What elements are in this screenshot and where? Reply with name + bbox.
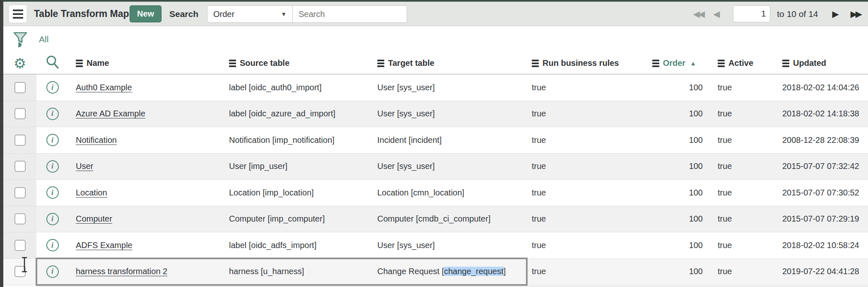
active-cell[interactable]: true: [706, 135, 776, 145]
name-cell[interactable]: ADFS Example: [68, 241, 222, 250]
order-cell[interactable]: 100: [640, 135, 706, 145]
updated-cell[interactable]: 2018-02-02 14:04:26: [776, 83, 868, 92]
active-cell[interactable]: true: [706, 241, 776, 250]
row-checkbox[interactable]: [14, 135, 26, 146]
column-header-run-business-rules[interactable]: Run business rules: [526, 58, 640, 68]
name-cell[interactable]: Computer: [68, 214, 222, 224]
run-business-rules-cell[interactable]: true: [526, 162, 640, 171]
row-checkbox[interactable]: [14, 187, 26, 198]
source-table-cell[interactable]: harness [u_harness]: [222, 267, 371, 276]
hamburger-menu-button[interactable]: [8, 5, 27, 23]
record-link[interactable]: Auth0 Example: [76, 83, 132, 92]
run-business-rules-cell[interactable]: true: [526, 109, 640, 118]
record-link[interactable]: User: [76, 162, 93, 171]
search-icon[interactable]: [45, 55, 60, 72]
previous-page-button[interactable]: ◀: [711, 9, 720, 19]
column-menu-icon[interactable]: [782, 60, 789, 67]
row-checkbox[interactable]: [14, 161, 26, 172]
column-header-name[interactable]: Name: [68, 58, 222, 68]
column-header-source-table[interactable]: Source table: [222, 58, 371, 68]
active-cell[interactable]: true: [706, 267, 776, 276]
updated-cell[interactable]: 2018-02-02 10:58:24: [776, 241, 868, 250]
row-checkbox[interactable]: [14, 82, 26, 93]
name-cell[interactable]: harness transformation 2: [68, 267, 222, 276]
order-cell[interactable]: 100: [640, 267, 706, 276]
info-icon[interactable]: i: [46, 186, 59, 199]
column-menu-icon[interactable]: [532, 60, 539, 67]
column-menu-icon[interactable]: [718, 60, 725, 67]
info-icon[interactable]: i: [46, 134, 59, 146]
order-cell[interactable]: 100: [640, 109, 706, 118]
row-checkbox[interactable]: [14, 213, 26, 224]
order-cell[interactable]: 100: [640, 188, 706, 198]
target-table-cell-editing[interactable]: Change Request [change_request]: [371, 267, 526, 276]
run-business-rules-cell[interactable]: true: [526, 83, 640, 92]
last-page-button[interactable]: ▶▶: [849, 9, 862, 19]
name-cell[interactable]: Notification: [68, 135, 222, 145]
row-checkbox[interactable]: [14, 266, 26, 277]
updated-cell[interactable]: 2015-07-07 07:29:19: [776, 214, 868, 224]
active-cell[interactable]: true: [706, 188, 776, 198]
active-cell[interactable]: true: [706, 162, 776, 171]
source-table-cell[interactable]: label [oidc_adfs_import]: [222, 241, 371, 250]
search-column-dropdown[interactable]: Order ▼: [207, 5, 293, 23]
record-link[interactable]: ADFS Example: [76, 241, 133, 250]
page-number-input[interactable]: [733, 5, 770, 22]
row-checkbox[interactable]: [14, 108, 26, 119]
updated-cell[interactable]: 2008-12-28 22:08:39: [776, 135, 868, 145]
active-cell[interactable]: true: [706, 109, 776, 118]
run-business-rules-cell[interactable]: true: [526, 267, 640, 276]
record-link[interactable]: Azure AD Example: [76, 109, 145, 118]
record-link[interactable]: Location: [76, 188, 107, 197]
target-table-cell[interactable]: User [sys_user]: [371, 162, 526, 171]
info-icon[interactable]: i: [46, 265, 59, 278]
record-link[interactable]: harness transformation 2: [76, 267, 167, 276]
updated-cell[interactable]: 2018-02-02 14:18:38: [776, 109, 868, 118]
column-menu-icon[interactable]: [377, 60, 384, 67]
target-table-cell[interactable]: User [sys_user]: [371, 241, 526, 250]
source-table-cell[interactable]: label [oidc_auth0_import]: [222, 83, 371, 92]
info-icon[interactable]: i: [46, 239, 59, 251]
target-table-cell[interactable]: Location [cmn_location]: [371, 188, 526, 198]
info-icon[interactable]: i: [46, 108, 59, 120]
column-header-updated[interactable]: Updated: [776, 58, 868, 68]
target-table-cell[interactable]: User [sys_user]: [371, 109, 526, 118]
run-business-rules-cell[interactable]: true: [526, 188, 640, 198]
column-header-active[interactable]: Active: [706, 58, 776, 68]
column-menu-icon[interactable]: [229, 60, 236, 67]
order-cell[interactable]: 100: [640, 83, 706, 92]
source-table-cell[interactable]: User [imp_user]: [222, 162, 371, 171]
order-cell[interactable]: 100: [640, 241, 706, 250]
active-cell[interactable]: true: [706, 214, 776, 224]
breadcrumb-all-link[interactable]: All: [39, 26, 48, 53]
source-table-cell[interactable]: Location [imp_location]: [222, 188, 371, 198]
search-input[interactable]: [293, 5, 407, 23]
name-cell[interactable]: User: [68, 162, 222, 171]
info-icon[interactable]: i: [46, 160, 59, 173]
name-cell[interactable]: Auth0 Example: [68, 83, 222, 92]
run-business-rules-cell[interactable]: true: [526, 135, 640, 145]
source-table-cell[interactable]: label [oidc_azure_ad_import]: [222, 109, 371, 118]
row-checkbox[interactable]: [14, 240, 26, 251]
new-button[interactable]: New: [130, 5, 162, 22]
info-icon[interactable]: i: [46, 81, 59, 94]
target-table-cell[interactable]: Computer [cmdb_ci_computer]: [371, 214, 526, 224]
updated-cell[interactable]: 2015-07-07 07:32:42: [776, 162, 868, 171]
target-table-cell[interactable]: Incident [incident]: [371, 135, 526, 145]
updated-cell[interactable]: 2019-07-22 04:41:28: [776, 267, 868, 276]
active-cell[interactable]: true: [706, 83, 776, 92]
order-cell[interactable]: 100: [640, 214, 706, 224]
record-link[interactable]: Computer: [76, 214, 112, 223]
updated-cell[interactable]: 2015-07-07 07:30:52: [776, 188, 868, 198]
target-table-cell[interactable]: User [sys_user]: [371, 83, 526, 92]
info-icon[interactable]: i: [46, 213, 59, 225]
column-menu-icon[interactable]: [652, 60, 659, 67]
first-page-button[interactable]: ◀◀: [692, 9, 705, 19]
filter-funnel-icon[interactable]: [12, 31, 29, 51]
column-menu-icon[interactable]: [76, 60, 83, 67]
run-business-rules-cell[interactable]: true: [526, 214, 640, 224]
column-header-target-table[interactable]: Target table: [371, 58, 526, 68]
column-header-order[interactable]: Order ▲: [640, 58, 706, 68]
source-table-cell[interactable]: Computer [imp_computer]: [222, 214, 371, 224]
record-link[interactable]: Notification: [76, 135, 117, 145]
